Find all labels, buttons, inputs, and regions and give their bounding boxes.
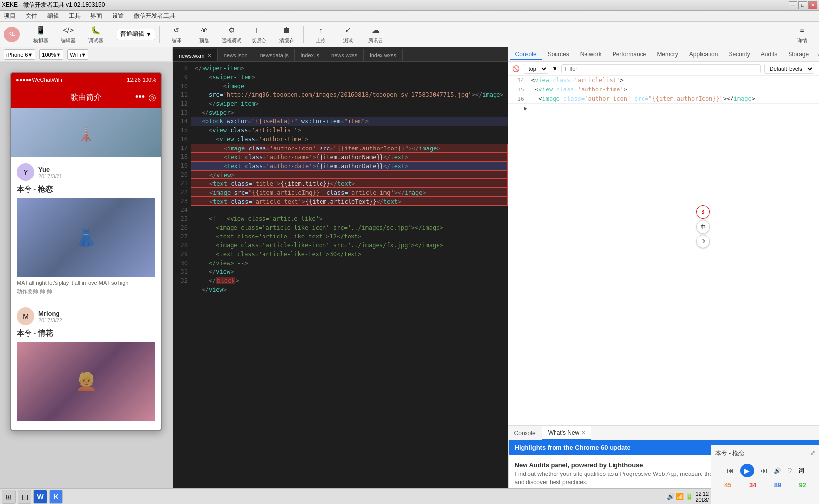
taskbar-start-button[interactable]: ⊞: [2, 490, 16, 504]
stat-number-1: 45: [724, 481, 731, 489]
device-label: iPhone 6: [6, 52, 28, 58]
code-content[interactable]: </swiper-item> <swiper-item> <image src=…: [191, 62, 508, 494]
menu-item-wechat[interactable]: 微信开发者工具: [132, 11, 177, 21]
compile-button[interactable]: ↺ 编译: [164, 24, 189, 45]
editor-body[interactable]: 89101112 1314151617 1819202122 232425262…: [173, 62, 508, 494]
toolbar-separator-3: [159, 26, 160, 43]
tab-storage[interactable]: Storage: [783, 49, 814, 60]
tab-sources[interactable]: Sources: [543, 49, 574, 60]
tab-audits[interactable]: Audits: [756, 49, 782, 60]
maximize-button[interactable]: □: [798, 1, 807, 9]
music-play-button[interactable]: ▶: [740, 464, 754, 477]
simulator-label: 模拟器: [33, 37, 48, 44]
music-title: 本兮 - 枪恋 ⤢: [715, 449, 815, 458]
code-line-17: <text class='author-name'>{{item.authorN…: [191, 152, 508, 161]
tab-performance[interactable]: Performance: [608, 49, 651, 60]
clear-button[interactable]: 🗑 清缓存: [274, 24, 299, 45]
tab-index-wxss[interactable]: index.wxss: [364, 49, 403, 61]
debugger-button[interactable]: 🐛 调试器: [83, 24, 109, 45]
scale-select[interactable]: 100% ▼: [39, 49, 63, 60]
avatar: KE: [4, 27, 20, 42]
preview-button[interactable]: 👁 预览: [191, 24, 217, 45]
tab-label: newsdata.js: [260, 52, 289, 58]
bottom-tab-console[interactable]: Console: [508, 426, 542, 440]
tab-network[interactable]: Network: [575, 49, 607, 60]
ime-btn-s[interactable]: S: [696, 205, 710, 219]
target-icon[interactable]: ◎: [148, 92, 156, 103]
tab-application[interactable]: Application: [684, 49, 723, 60]
menu-dots-icon[interactable]: •••: [135, 92, 145, 103]
more-tabs-icon[interactable]: >>: [817, 52, 819, 58]
upload-button[interactable]: ↑ 上传: [308, 24, 333, 45]
time: 12:12: [695, 491, 709, 497]
article-image-2: 👱: [17, 342, 155, 421]
remote-debug-button[interactable]: ⚙ 远程调试: [219, 24, 244, 45]
ime-btn-moon[interactable]: ☽: [696, 235, 710, 248]
tab-news-wxss[interactable]: news.wxss: [325, 49, 364, 61]
list-item: M Mrlong 2017/3/22 本兮 - 情花 👱: [11, 301, 161, 430]
network-label: WiFi: [70, 52, 81, 58]
page-title: 歌曲简介: [70, 92, 102, 103]
close-button[interactable]: ✕: [808, 1, 817, 9]
menu-item-project[interactable]: 项目: [2, 11, 18, 21]
stat-number-4: 92: [799, 481, 806, 489]
line-numbers: 89101112 1314151617 1819202122 232425262…: [173, 62, 191, 494]
menu-item-settings[interactable]: 设置: [110, 11, 126, 21]
bottom-tab-whatsnew[interactable]: What's New ✕: [542, 426, 592, 440]
menu-item-interface[interactable]: 界面: [88, 11, 104, 21]
detail-button[interactable]: ≡ 详情: [790, 24, 815, 45]
lyrics-icon[interactable]: 词: [798, 467, 804, 475]
context-dropdown-arrow: ▼: [552, 65, 558, 72]
network-select[interactable]: WiFi ▼: [67, 49, 88, 60]
tab-news-wxml[interactable]: news.wxml ✕: [173, 49, 218, 61]
music-next-button[interactable]: ⏭: [760, 466, 768, 475]
music-prev-button[interactable]: ⏮: [727, 466, 734, 475]
menu-item-tools[interactable]: 工具: [67, 11, 83, 21]
test-label: 测试: [343, 37, 353, 44]
bottom-console-label: Console: [514, 430, 536, 437]
tab-console[interactable]: Console: [510, 49, 542, 60]
swiper-placeholder: 🗼: [76, 123, 96, 142]
context-select[interactable]: top: [524, 64, 548, 74]
tab-news-json[interactable]: news.json: [218, 49, 254, 61]
clock: 12:12 2018/: [695, 491, 709, 503]
bottom-tab-close-icon[interactable]: ✕: [581, 430, 585, 435]
console-body[interactable]: 14 <view class='articlelist'> 15 <view c…: [508, 76, 819, 425]
tab-index-js[interactable]: index.js: [295, 49, 325, 61]
editor-button[interactable]: </> 编辑器: [56, 24, 81, 45]
taskbar-k-button[interactable]: K: [49, 490, 63, 504]
toolbar: KE 📱 模拟器 </> 编辑器 🐛 调试器 普通编辑 ▼ ↺ 编译 👁 预览 …: [0, 22, 819, 47]
device-select[interactable]: iPhone 6 ▼: [4, 49, 35, 60]
filter-input[interactable]: [561, 64, 760, 73]
taskbar-word-button[interactable]: W: [33, 490, 47, 504]
clear-console-icon[interactable]: 🚫: [512, 65, 520, 72]
tab-memory[interactable]: Memory: [652, 49, 683, 60]
console-code: <image class='author-icon' src="{{item.a…: [528, 95, 755, 102]
code-line-22: <text class='article-text'>{{item.articl…: [191, 197, 508, 206]
article-sub: 动作要帅 帅 帅: [17, 288, 155, 295]
mode-dropdown[interactable]: 普通编辑 ▼: [117, 29, 155, 40]
code-line: [191, 206, 508, 214]
tab-security[interactable]: Security: [724, 49, 755, 60]
tab-newsdata-js[interactable]: newsdata.js: [254, 49, 295, 61]
code-line: <view class='author-time'>: [191, 135, 508, 144]
taskbar-desktop-button[interactable]: ▤: [18, 490, 31, 504]
simulator-button[interactable]: 📱 模拟器: [28, 24, 54, 45]
levels-select[interactable]: Default levels: [764, 64, 814, 74]
code-line: </swiper>: [191, 108, 508, 117]
music-expand-icon[interactable]: ⤢: [810, 449, 815, 458]
menu-item-file[interactable]: 文件: [24, 11, 39, 21]
like-icon[interactable]: ♡: [787, 467, 792, 474]
editor-tabs: news.wxml ✕ news.json newsdata.js index.…: [173, 47, 508, 62]
music-controls: ⏮ ▶ ⏭ 🔊 ♡ 词: [715, 464, 815, 477]
ime-btn-zh[interactable]: 中: [696, 220, 710, 234]
volume-icon[interactable]: 🔊: [774, 467, 781, 474]
minimize-button[interactable]: ─: [789, 1, 797, 9]
cut-toolbar-button[interactable]: ⊢ 切后台: [246, 24, 272, 45]
console-row: 14 <view class='articlelist'>: [508, 76, 819, 85]
system-tray: 🔊 📶 🔋: [667, 493, 693, 500]
test-button[interactable]: ✓ 测试: [335, 24, 361, 45]
tencent-button[interactable]: ☁ 腾讯云: [363, 24, 388, 45]
tab-close-icon[interactable]: ✕: [207, 53, 211, 58]
menu-item-edit[interactable]: 编辑: [45, 11, 61, 21]
